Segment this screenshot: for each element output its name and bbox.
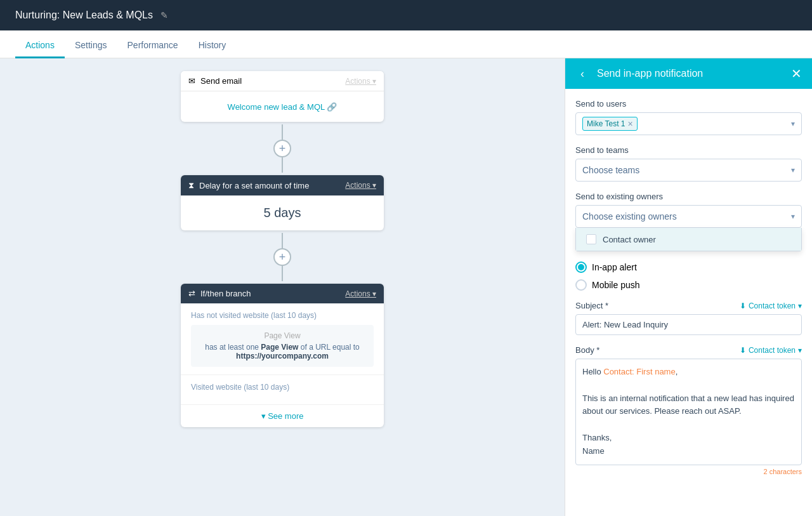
body-line2: This is an internal notification that a … xyxy=(582,394,794,416)
add-node-btn-2[interactable]: + xyxy=(273,248,291,266)
see-more-btn[interactable]: ▾ See more xyxy=(181,405,384,427)
contact-owner-checkbox[interactable] xyxy=(586,234,596,244)
tab-actions[interactable]: Actions xyxy=(15,34,65,58)
tab-bar: Actions Settings Performance History xyxy=(0,30,812,58)
branch-header: ⇄ If/then branch Actions ▾ xyxy=(181,284,384,303)
connector-line xyxy=(282,266,283,281)
send-to-teams-select[interactable]: Choose teams ▾ xyxy=(575,159,802,182)
delay-actions-btn[interactable]: Actions ▾ xyxy=(345,181,376,190)
panel-title: Send in-app notification xyxy=(597,68,703,79)
send-to-owners-label: Send to existing owners xyxy=(575,192,802,201)
send-to-users-select[interactable]: Mike Test 1 × ▾ xyxy=(575,112,802,135)
send-email-label: Send email xyxy=(200,76,242,86)
mobile-push-radio-outer xyxy=(575,279,587,291)
delay-label: Delay for a set amount of time xyxy=(199,181,309,190)
in-app-radio-inner xyxy=(578,264,584,270)
branch-section-2: Visited website (last 10 days) xyxy=(181,375,384,405)
subject-row: Subject * ⬇ Contact token ▾ xyxy=(575,301,802,310)
right-panel: ‹ Send in-app notification ✕ Send to use… xyxy=(565,58,812,516)
body-group: Body * ⬇ Contact token ▾ Hello Contact: … xyxy=(575,345,802,475)
send-to-owners-select[interactable]: Choose existing owners ▾ xyxy=(575,205,802,228)
panel-body: Send to users Mike Test 1 × ▾ Send to te… xyxy=(565,89,812,516)
delay-header: ⧗ Delay for a set amount of time Actions… xyxy=(181,175,384,195)
subject-input[interactable] xyxy=(575,314,802,335)
body-sign: Thanks,Name xyxy=(582,433,612,456)
send-email-header: ✉ Send email Actions ▾ xyxy=(181,71,384,91)
branch-actions-btn[interactable]: Actions ▾ xyxy=(345,289,376,298)
connector-1: + xyxy=(273,124,291,173)
branch-1-content: Page View has at least one Page View of … xyxy=(191,325,374,367)
send-email-node: ✉ Send email Actions ▾ Welcome new lead … xyxy=(181,71,384,122)
delay-duration: 5 days xyxy=(264,206,301,220)
connector-line xyxy=(282,124,283,140)
in-app-label: In-app alert xyxy=(592,262,637,272)
in-app-radio[interactable]: In-app alert xyxy=(575,261,802,273)
subject-label: Subject * xyxy=(575,301,608,310)
body-contact-token-label: Contact token xyxy=(749,346,796,355)
tab-history[interactable]: History xyxy=(188,34,237,58)
send-to-users-label: Send to users xyxy=(575,99,802,109)
connector-line xyxy=(282,157,283,173)
delay-icon: ⧗ xyxy=(188,180,194,190)
page-view-title: Page View xyxy=(197,331,367,340)
edit-title-icon[interactable]: ✎ xyxy=(160,10,168,20)
mobile-push-label: Mobile push xyxy=(592,280,640,290)
panel-close-btn[interactable]: ✕ xyxy=(791,66,802,81)
user-tag-label: Mike Test 1 xyxy=(587,119,625,128)
delay-node: ⧗ Delay for a set amount of time Actions… xyxy=(181,175,384,230)
delay-body: 5 days xyxy=(181,195,384,230)
connector-line xyxy=(282,233,283,248)
in-app-radio-outer xyxy=(575,261,587,273)
send-to-teams-placeholder: Choose teams xyxy=(582,165,639,175)
contact-owner-label: Contact owner xyxy=(603,235,656,244)
branch-section-1: Has not visited website (last 10 days) P… xyxy=(181,303,384,375)
subject-contact-token-btn[interactable]: ⬇ Contact token ▾ xyxy=(740,301,802,310)
connector-2: + xyxy=(273,233,291,281)
branch-node: ⇄ If/then branch Actions ▾ Has not visit… xyxy=(181,284,384,427)
body-contact-token-icon: ⬇ xyxy=(740,346,746,355)
branch-2-label: Visited website (last 10 days) xyxy=(191,383,374,392)
char-count: 2 characters xyxy=(575,468,802,475)
body-firstname: Contact: First name xyxy=(603,367,675,376)
email-template-link[interactable]: Welcome new lead & MQL 🔗 xyxy=(228,102,337,112)
branch-icon: ⇄ xyxy=(188,289,195,298)
user-tag: Mike Test 1 × xyxy=(582,117,638,131)
contact-owner-option[interactable]: Contact owner xyxy=(576,228,801,251)
teams-dropdown-arrow: ▾ xyxy=(791,166,795,175)
send-to-owners-group: Send to existing owners Choose existing … xyxy=(575,192,802,251)
owners-dropdown-menu: Contact owner xyxy=(575,228,802,251)
body-row: Body * ⬇ Contact token ▾ xyxy=(575,345,802,355)
subject-group: Subject * ⬇ Contact token ▾ xyxy=(575,301,802,335)
add-node-btn-1[interactable]: + xyxy=(273,140,291,157)
branch-label: If/then branch xyxy=(200,289,251,298)
branch-1-body: has at least one Page View of a URL equa… xyxy=(197,343,367,361)
body-greeting: Hello xyxy=(582,367,603,376)
workflow-nodes: ✉ Send email Actions ▾ Welcome new lead … xyxy=(168,71,396,427)
send-email-actions-btn[interactable]: Actions ▾ xyxy=(345,77,376,86)
workflow-canvas: ✉ Send email Actions ▾ Welcome new lead … xyxy=(0,58,565,516)
branch-1-label: Has not visited website (last 10 days) xyxy=(191,311,374,320)
subject-contact-token-label: Contact token xyxy=(749,301,796,310)
page-title: Nurturing: New Leads & MQLs xyxy=(15,10,153,21)
notification-type-group: In-app alert Mobile push xyxy=(575,261,802,291)
body-contact-token-btn[interactable]: ⬇ Contact token ▾ xyxy=(740,346,802,355)
send-to-owners-placeholder: Choose existing owners xyxy=(582,211,677,222)
mobile-push-radio[interactable]: Mobile push xyxy=(575,279,802,291)
user-tag-remove[interactable]: × xyxy=(627,119,632,129)
top-bar: Nurturing: New Leads & MQLs ✎ xyxy=(0,0,812,30)
owners-dropdown-arrow: ▾ xyxy=(791,212,795,221)
tab-performance[interactable]: Performance xyxy=(117,34,188,58)
users-dropdown-arrow: ▾ xyxy=(791,119,795,128)
send-to-teams-label: Send to teams xyxy=(575,145,802,155)
send-to-users-group: Send to users Mike Test 1 × ▾ xyxy=(575,99,802,135)
send-to-teams-group: Send to teams Choose teams ▾ xyxy=(575,145,802,182)
contact-token-icon: ⬇ xyxy=(740,301,746,310)
panel-back-btn[interactable]: ‹ xyxy=(575,65,589,83)
panel-header: ‹ Send in-app notification ✕ xyxy=(565,58,812,89)
tab-settings[interactable]: Settings xyxy=(65,34,117,58)
main-layout: ✉ Send email Actions ▾ Welcome new lead … xyxy=(0,58,812,516)
body-textarea[interactable]: Hello Contact: First name, This is an in… xyxy=(575,359,802,465)
send-email-body: Welcome new lead & MQL 🔗 xyxy=(181,91,384,122)
body-label: Body * xyxy=(575,345,599,355)
envelope-icon: ✉ xyxy=(188,76,195,86)
